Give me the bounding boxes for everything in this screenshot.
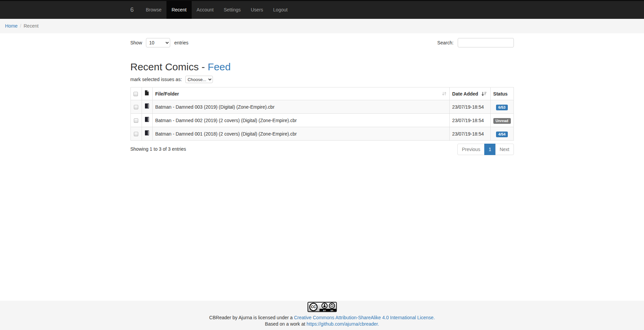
book-icon [145, 130, 149, 136]
footer: CC BY SA CBReader by Ajurna is licensed … [0, 301, 644, 330]
nav-link-account[interactable]: Account [192, 1, 219, 19]
status-badge: 6/53 [496, 105, 508, 110]
status-badge: 4/54 [496, 132, 508, 137]
column-header-file-folder[interactable]: File/Folder [152, 87, 449, 100]
nav-menu: Browse Recent Account Settings Users Log… [141, 1, 293, 19]
row-checkbox[interactable] [134, 118, 138, 123]
date-added-header-label: Date Added [452, 90, 478, 97]
pagination-previous-button[interactable]: Previous [457, 144, 484, 155]
main-content: Show 10 entries Search: Recent Comics - … [0, 33, 644, 301]
license-link[interactable]: Creative Commons Attribution-ShareAlike … [294, 315, 435, 320]
file-folder-header-label: File/Folder [155, 90, 179, 97]
entries-label: entries [174, 40, 188, 45]
page-size-select[interactable]: 10 [146, 38, 170, 47]
table-header-row: File/Folder Date Added [130, 87, 514, 100]
show-label: Show [130, 40, 142, 45]
entries-info: Showing 1 to 3 of 3 entries [130, 144, 186, 152]
pagination: Previous 1 Next [457, 144, 514, 155]
row-checkbox[interactable] [134, 105, 138, 109]
status-badge: Unread [493, 118, 511, 124]
nav-link-settings[interactable]: Settings [219, 1, 246, 19]
nav-link-browse[interactable]: Browse [141, 1, 167, 19]
table-footer-row: Showing 1 to 3 of 3 entries Previous 1 N… [130, 144, 514, 155]
search-control: Search: [437, 38, 514, 47]
svg-text:BY: BY [323, 309, 326, 311]
search-label: Search: [437, 40, 453, 45]
brand-link[interactable]: 6 [130, 1, 134, 19]
navbar: 6 Browse Recent Account Settings Users L… [0, 0, 644, 19]
source-line: Based on a work at https://github.com/aj… [0, 321, 644, 327]
svg-text:SA: SA [330, 309, 333, 311]
mark-selected-select[interactable]: Choose... [185, 76, 213, 83]
pagination-page-1-button[interactable]: 1 [484, 144, 496, 155]
date-added-cell: 23/07/19-18:54 [449, 127, 490, 141]
breadcrumb-current: Recent [24, 23, 38, 29]
nav-link-recent[interactable]: Recent [166, 1, 191, 19]
nav-link-users[interactable]: Users [246, 1, 268, 19]
table-controls: Show 10 entries Search: [130, 38, 514, 47]
page-size-control: Show 10 entries [130, 38, 189, 47]
column-header-date-added[interactable]: Date Added [449, 87, 490, 100]
column-header-status[interactable]: Status [490, 87, 514, 100]
license-text: CBReader by Ajurna is licensed under a [209, 315, 294, 320]
sort-unsorted-icon [442, 91, 447, 96]
license-line: CBReader by Ajurna is licensed under a C… [0, 315, 644, 320]
source-text: Based on a work at [265, 321, 307, 327]
book-icon [145, 117, 149, 122]
nav-item-account: Account [192, 1, 219, 19]
date-added-cell: 23/07/19-18:54 [449, 100, 490, 114]
svg-text:CC: CC [311, 305, 316, 309]
table-row: Batman - Damned 002 (2019) (2 covers) (D… [130, 114, 514, 127]
feed-link[interactable]: Feed [208, 61, 231, 72]
row-checkbox[interactable] [134, 132, 138, 136]
status-header-label: Status [493, 91, 508, 97]
table-row: Batman - Damned 003 (2019) (Digital) (Zo… [130, 100, 514, 114]
table-row: Batman - Damned 001 (2018) (2 covers) (D… [130, 127, 514, 141]
nav-link-logout[interactable]: Logout [268, 1, 293, 19]
breadcrumb: Home/Recent [0, 19, 644, 33]
page-title: Recent Comics - Feed [130, 61, 514, 73]
file-name-cell[interactable]: Batman - Damned 001 (2018) (2 covers) (D… [152, 127, 449, 141]
nav-item-logout: Logout [268, 1, 293, 19]
nav-item-users: Users [246, 1, 268, 19]
nav-item-settings: Settings [219, 1, 246, 19]
comics-table: File/Folder Date Added [130, 87, 514, 141]
pagination-next-button[interactable]: Next [495, 144, 514, 155]
nav-item-recent: Recent [166, 1, 191, 19]
breadcrumb-home-link[interactable]: Home [5, 23, 17, 29]
file-name-cell[interactable]: Batman - Damned 003 (2019) (Digital) (Zo… [152, 100, 449, 114]
page-title-text: Recent Comics - [130, 61, 208, 72]
mark-selected-row: mark selected issues as: Choose... [130, 76, 514, 83]
book-icon [145, 103, 149, 109]
source-link[interactable]: https://github.com/ajurna/cbreader. [307, 321, 379, 327]
cc-by-sa-badge[interactable]: CC BY SA [307, 302, 337, 312]
sort-descending-icon [481, 91, 487, 96]
select-all-checkbox[interactable] [134, 92, 138, 96]
file-name-cell[interactable]: Batman - Damned 002 (2019) (2 covers) (D… [152, 114, 449, 127]
breadcrumb-separator: / [17, 23, 24, 29]
date-added-cell: 23/07/19-18:54 [449, 114, 490, 127]
mark-selected-label: mark selected issues as: [130, 77, 182, 82]
file-icon [145, 90, 149, 96]
search-input[interactable] [458, 38, 514, 47]
nav-item-browse: Browse [141, 1, 167, 19]
